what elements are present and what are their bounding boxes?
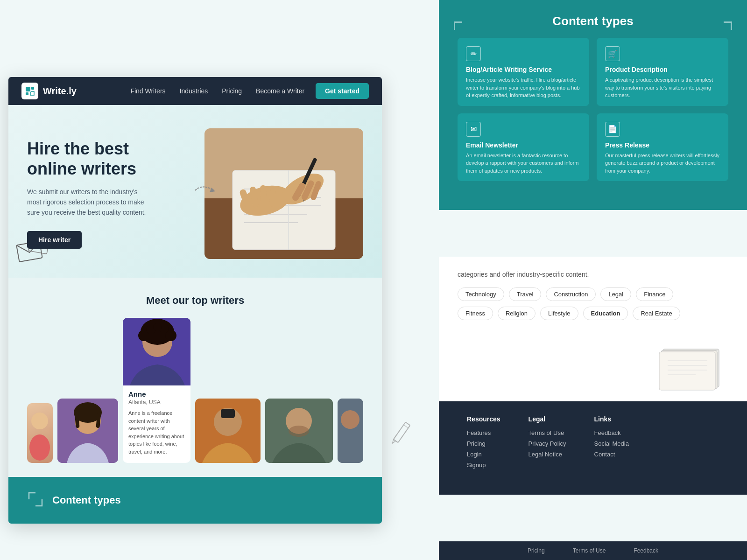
svg-rect-57 xyxy=(338,399,363,463)
svg-rect-11 xyxy=(31,87,34,90)
writers-row: Anne Atlanta, USA Anne is a freelance co… xyxy=(27,318,363,463)
corner-tr xyxy=(724,21,732,30)
tag-construction[interactable]: Construction xyxy=(546,287,596,301)
svg-marker-33 xyxy=(210,188,215,192)
footer-bottom-terms[interactable]: Terms of Use xyxy=(573,547,606,554)
ct-card-email: ✉ Email Newsletter An email newsletter i… xyxy=(458,113,589,182)
tag-religion[interactable]: Religion xyxy=(498,307,536,320)
content-type-cards: ✏ Blog/Article Writing Service Increase … xyxy=(458,38,728,181)
get-started-button[interactable]: Get started xyxy=(316,83,369,99)
svg-rect-53 xyxy=(221,409,235,418)
tag-realestate[interactable]: Real Estate xyxy=(633,307,680,320)
doc-icon: 📄 xyxy=(605,122,620,137)
logo-area: Write.ly xyxy=(21,83,77,99)
corner-brackets-left xyxy=(27,491,44,510)
pencil-doodle xyxy=(388,419,433,458)
tag-finance[interactable]: Finance xyxy=(636,287,673,301)
svg-rect-10 xyxy=(26,87,30,91)
footer-terms-link[interactable]: Terms of Use xyxy=(529,429,566,436)
writer-photo-2 xyxy=(57,399,118,463)
footer-social-link[interactable]: Social Media xyxy=(594,440,629,447)
ct-product-title: Product Description xyxy=(605,66,720,73)
navbar: Write.ly Find Writers Industries Pricing… xyxy=(8,77,382,105)
footer-bottom-pricing[interactable]: Pricing xyxy=(528,547,545,554)
writer-card-featured[interactable]: Anne Atlanta, USA Anne is a freelance co… xyxy=(123,318,190,463)
hero-image xyxy=(204,128,363,259)
content-types-title: Content types xyxy=(458,14,728,28)
tag-row-1: Technology Travel Construction Legal Fin… xyxy=(458,287,728,301)
footer-contact-link[interactable]: Contact xyxy=(594,451,629,458)
footer-pricing-link[interactable]: Pricing xyxy=(467,440,500,447)
footer-legal-title: Legal xyxy=(529,415,566,423)
svg-point-58 xyxy=(341,410,359,429)
writers-section: Meet our top writers xyxy=(8,278,382,477)
tag-education[interactable]: Education xyxy=(583,307,628,320)
footer-privacy-link[interactable]: Privacy Policy xyxy=(529,440,566,447)
cart-icon: 🛒 xyxy=(605,46,620,61)
footer-features-link[interactable]: Features xyxy=(467,429,500,436)
footer-links-title: Links xyxy=(594,415,629,423)
footer-links: Links Feedback Social Media Contact xyxy=(594,415,629,481)
corner-tl xyxy=(454,21,462,30)
ct-blog-desc: Increase your website's traffic. Hire a … xyxy=(466,76,581,99)
ct-email-title: Email Newsletter xyxy=(466,141,581,149)
ct-press-desc: Our masterful press release writers will… xyxy=(605,152,720,175)
footer-feedback-link[interactable]: Feedback xyxy=(594,429,629,436)
nav-links: Find Writers Industries Pricing Become a… xyxy=(130,87,304,95)
email-icon: ✉ xyxy=(466,122,481,137)
ct-card-press: 📄 Press Release Our masterful press rele… xyxy=(597,113,728,182)
svg-point-50 xyxy=(153,323,162,331)
content-types-panel: Content types ✏ Blog/Article Writing Ser… xyxy=(439,0,747,210)
nav-become-writer[interactable]: Become a Writer xyxy=(256,87,304,95)
writer-location: Atlanta, USA xyxy=(128,399,185,406)
ct-press-title: Press Release xyxy=(605,141,720,149)
ct-email-desc: An email newsletter is a fantastic resou… xyxy=(466,152,581,175)
footer-bottom-feedback[interactable]: Feedback xyxy=(634,547,658,554)
writer-photo-4 xyxy=(195,399,261,463)
content-types-bottom-title: Content types xyxy=(52,494,121,506)
hero-section: Hire the best online writers We submit o… xyxy=(8,105,382,278)
svg-point-36 xyxy=(31,413,48,429)
hire-writer-button[interactable]: Hire writer xyxy=(27,231,82,249)
logo-icon xyxy=(21,83,38,99)
featured-photo xyxy=(123,318,190,385)
footer-signup-link[interactable]: Signup xyxy=(467,462,500,469)
tag-row-2: Fitness Religion Lifestyle Education Rea… xyxy=(458,307,728,320)
industries-desc: categories and offer industry-specific c… xyxy=(458,271,728,278)
writer-photo-1 xyxy=(27,403,53,463)
hero-description: We submit our writers to the industry's … xyxy=(27,187,148,218)
hero-text: Hire the best online writers We submit o… xyxy=(27,139,190,249)
svg-point-56 xyxy=(289,426,309,437)
svg-rect-25 xyxy=(260,185,267,208)
writers-title: Meet our top writers xyxy=(27,294,363,307)
content-types-bottom: Content types xyxy=(8,477,382,524)
footer-legal-notice-link[interactable]: Legal Notice xyxy=(529,451,566,458)
industries-panel: categories and offer industry-specific c… xyxy=(439,257,747,401)
footer-bottom-links: Pricing Terms of Use Feedback xyxy=(439,541,747,560)
arrow-doodle xyxy=(193,181,221,202)
writer-bio: Anne is a freelance content writer with … xyxy=(128,409,185,455)
logo-text: Write.ly xyxy=(43,86,77,97)
footer-resources: Resources Features Pricing Login Signup xyxy=(467,415,500,481)
main-card: Write.ly Find Writers Industries Pricing… xyxy=(8,77,382,524)
ct-product-desc: A captivating product description is the… xyxy=(605,76,720,99)
hero-title: Hire the best online writers xyxy=(27,139,190,179)
edit-icon: ✏ xyxy=(466,46,481,61)
tag-lifestyle[interactable]: Lifestyle xyxy=(540,307,578,320)
footer-legal: Legal Terms of Use Privacy Policy Legal … xyxy=(529,415,566,481)
footer-login-link[interactable]: Login xyxy=(467,451,500,458)
tag-fitness[interactable]: Fitness xyxy=(458,307,493,320)
writer-photo-5 xyxy=(265,399,333,463)
footer-panel: Resources Features Pricing Login Signup … xyxy=(439,401,747,495)
nav-find-writers[interactable]: Find Writers xyxy=(130,87,165,95)
nav-pricing[interactable]: Pricing xyxy=(222,87,242,95)
ct-card-blog: ✏ Blog/Article Writing Service Increase … xyxy=(458,38,589,106)
tag-travel[interactable]: Travel xyxy=(509,287,542,301)
svg-rect-2 xyxy=(659,352,715,390)
svg-rect-12 xyxy=(26,92,28,95)
nav-industries[interactable]: Industries xyxy=(180,87,208,95)
writer-name: Anne xyxy=(128,390,185,398)
notebook-illustration xyxy=(658,347,724,393)
tag-technology[interactable]: Technology xyxy=(458,287,504,301)
tag-legal[interactable]: Legal xyxy=(600,287,631,301)
